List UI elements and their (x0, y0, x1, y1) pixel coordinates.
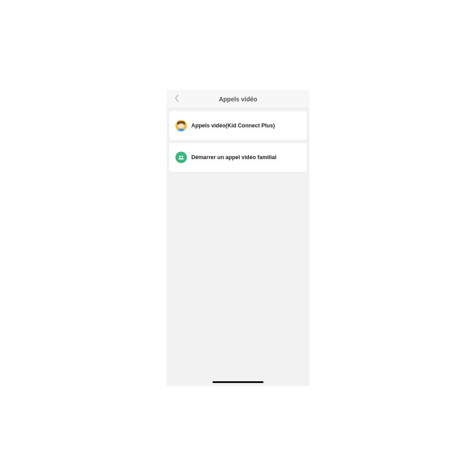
home-indicator[interactable] (212, 381, 264, 383)
option-label: Démarrer un appel vidéo familial (191, 154, 276, 160)
option-video-calls-kid-connect[interactable]: Appels vidéo(Kid Connect Plus) (169, 111, 307, 140)
kid-avatar-icon (175, 120, 187, 131)
svg-point-0 (179, 156, 181, 157)
chevron-left-icon (174, 94, 179, 104)
svg-point-1 (182, 156, 183, 157)
header-title: Appels vidéo (219, 96, 257, 103)
option-list: Appels vidéo(Kid Connect Plus) Démarrer … (167, 108, 309, 177)
back-button[interactable] (170, 90, 183, 108)
option-start-family-video-call[interactable]: Démarrer un appel vidéo familial (169, 143, 307, 172)
phone-frame: Appels vidéo Appels vidéo(Kid Connect Pl… (167, 90, 309, 386)
group-icon (175, 152, 187, 163)
nav-header: Appels vidéo (167, 90, 309, 108)
option-label: Appels vidéo(Kid Connect Plus) (191, 123, 275, 129)
